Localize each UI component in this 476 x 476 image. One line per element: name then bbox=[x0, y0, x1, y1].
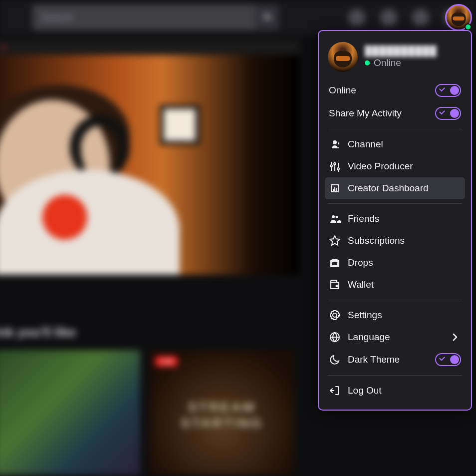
divider bbox=[328, 203, 462, 204]
live-badge: LIVE bbox=[155, 356, 178, 367]
divider bbox=[328, 375, 462, 376]
menu-friends[interactable]: Friends bbox=[325, 208, 465, 230]
toggle-switch[interactable] bbox=[435, 107, 461, 120]
toggle-online-label: Online bbox=[329, 85, 428, 96]
moon-icon bbox=[329, 354, 341, 366]
menu-friends-label: Friends bbox=[348, 213, 379, 224]
menu-creator-dashboard[interactable]: Creator Dashboard bbox=[325, 177, 465, 199]
menu-subscriptions-label: Subscriptions bbox=[348, 235, 405, 246]
online-indicator bbox=[465, 23, 472, 30]
search-placeholder: Search bbox=[41, 12, 73, 23]
thumb-1 bbox=[0, 350, 140, 475]
menu-logout[interactable]: Log Out bbox=[325, 380, 465, 402]
menu-subscriptions[interactable]: Subscriptions bbox=[325, 230, 465, 252]
menu-drops-label: Drops bbox=[348, 257, 373, 268]
dashboard-icon bbox=[329, 182, 341, 194]
menu-language[interactable]: Language bbox=[325, 326, 465, 348]
gear-icon bbox=[329, 309, 341, 321]
chevron-right-icon bbox=[449, 331, 461, 343]
username: ██████████ bbox=[365, 45, 437, 56]
channel-icon bbox=[329, 138, 341, 150]
toggle-switch[interactable] bbox=[435, 353, 461, 366]
status-text: Online bbox=[374, 57, 401, 68]
friends-icon bbox=[329, 213, 341, 225]
menu-dark-theme[interactable]: Dark Theme bbox=[325, 348, 465, 371]
menu-wallet[interactable]: Wallet bbox=[325, 274, 465, 296]
menu-video-producer-label: Video Producer bbox=[348, 161, 413, 172]
user-menu: ██████████ Online Online Share My Activi… bbox=[318, 30, 472, 411]
toggle-share-activity[interactable]: Share My Activity bbox=[325, 102, 465, 125]
wallet-icon bbox=[329, 279, 341, 291]
divider bbox=[328, 300, 462, 300]
toggle-online[interactable]: Online bbox=[325, 79, 465, 102]
menu-video-producer[interactable]: Video Producer bbox=[325, 155, 465, 177]
status-dot-icon bbox=[365, 60, 370, 65]
sliders-icon bbox=[329, 160, 341, 172]
search-icon bbox=[261, 11, 273, 23]
user-avatar-button[interactable] bbox=[445, 4, 472, 31]
stream-preview bbox=[0, 40, 299, 275]
menu-channel-label: Channel bbox=[348, 139, 383, 150]
menu-language-label: Language bbox=[348, 332, 390, 343]
toggle-share-activity-label: Share My Activity bbox=[329, 108, 428, 119]
menu-creator-dashboard-label: Creator Dashboard bbox=[348, 183, 429, 194]
menu-dark-theme-label: Dark Theme bbox=[348, 354, 428, 365]
menu-channel[interactable]: Channel bbox=[325, 133, 465, 155]
drops-icon bbox=[329, 257, 341, 269]
menu-logout-label: Log Out bbox=[348, 385, 382, 396]
menu-avatar bbox=[328, 42, 358, 72]
menu-settings-label: Settings bbox=[348, 310, 382, 321]
thumb-2: LIVE STREAM STARTING bbox=[149, 350, 294, 475]
thumb-title: STREAM STARTING bbox=[149, 400, 294, 432]
section-heading: ink you'll like bbox=[0, 325, 294, 340]
menu-drops[interactable]: Drops bbox=[325, 252, 465, 274]
divider bbox=[328, 129, 462, 129]
toggle-switch[interactable] bbox=[435, 84, 461, 97]
status-row: Online bbox=[365, 57, 437, 68]
menu-settings[interactable]: Settings bbox=[325, 304, 465, 326]
star-icon bbox=[329, 235, 341, 247]
logout-icon bbox=[329, 385, 341, 397]
globe-icon bbox=[329, 331, 341, 343]
menu-wallet-label: Wallet bbox=[348, 279, 374, 290]
menu-header: ██████████ Online bbox=[325, 39, 465, 79]
